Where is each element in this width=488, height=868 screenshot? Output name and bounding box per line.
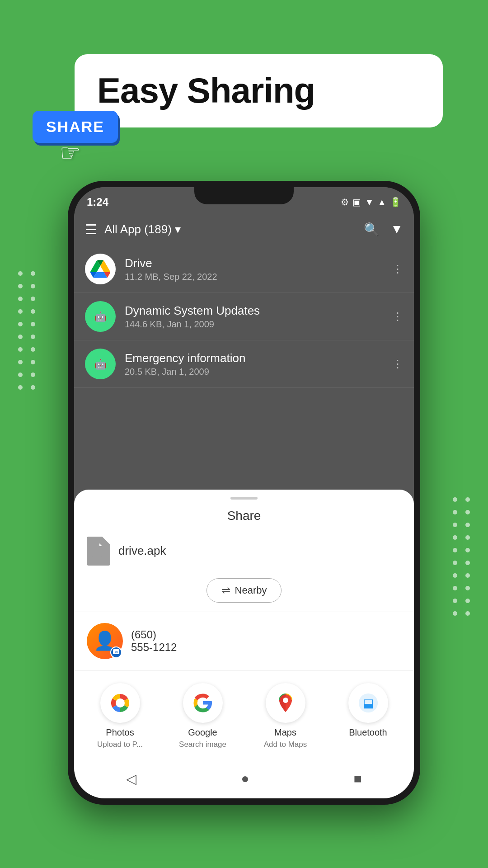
phone-notch	[194, 187, 294, 204]
share-button[interactable]: SHARE	[33, 111, 118, 143]
phone-frame: 1:24 ⚙ ▣ ▼ ▲ 🔋 ☰ All App (189) ▾ 🔍 ▼	[68, 181, 420, 805]
app-meta: 20.5 KB, Jan 1, 2009	[125, 367, 383, 377]
status-time: 1:24	[87, 196, 108, 208]
maps-sublabel: Add to Maps	[264, 740, 307, 750]
nearby-icon: ⇌	[221, 584, 230, 597]
share-app-photos[interactable]: Photos Upload to P...	[89, 683, 152, 750]
more-options-icon[interactable]: ⋮	[392, 358, 403, 370]
contact-avatar: 👤 ✉	[87, 623, 123, 659]
nearby-button[interactable]: ⇌ Nearby	[206, 578, 282, 603]
settings-icon: ⚙	[341, 197, 349, 208]
app-info: Drive 11.2 MB, Sep 22, 2022	[125, 256, 383, 282]
toolbar-title: All App (189) ▾	[104, 222, 357, 236]
search-icon[interactable]: 🔍	[364, 222, 380, 237]
share-button-wrap: SHARE ☞	[33, 111, 118, 143]
wifi-icon: ▼	[365, 197, 374, 208]
svg-point-8	[283, 698, 288, 703]
app-list: Drive 11.2 MB, Sep 22, 2022 ⋮ 🤖 Dynami	[74, 245, 414, 388]
share-app-bluetooth[interactable]: ⬓ Bluetooth	[337, 683, 400, 750]
drive-app-icon	[85, 254, 116, 284]
list-item[interactable]: Drive 11.2 MB, Sep 22, 2022 ⋮	[74, 245, 414, 293]
cursor-icon: ☞	[60, 139, 81, 166]
app-name: Emergency information	[125, 351, 383, 365]
share-sheet-title: Share	[74, 500, 414, 529]
photos-icon	[100, 683, 140, 723]
toolbar-actions: 🔍 ▼	[364, 222, 403, 237]
more-options-icon[interactable]: ⋮	[392, 263, 403, 275]
svg-text:✉: ✉	[115, 650, 118, 654]
file-icon	[87, 537, 110, 566]
contact-info: (650) 555-1212	[131, 628, 401, 654]
photos-sublabel: Upload to P...	[97, 740, 143, 750]
app-content: ☰ All App (189) ▾ 🔍 ▼	[74, 213, 414, 798]
contact-name-line2: 555-1212	[131, 641, 401, 654]
maps-icon	[266, 683, 305, 723]
emergency-app-icon: 🤖	[85, 349, 116, 379]
share-app-maps[interactable]: Maps Add to Maps	[254, 683, 317, 750]
svg-text:🤖: 🤖	[94, 358, 107, 370]
share-sheet: Share drive.apk ⇌ Nearby	[74, 490, 414, 759]
filename-text: drive.apk	[118, 544, 166, 558]
nav-bar: ◁ ● ■	[74, 759, 414, 798]
message-badge: ✉	[110, 646, 122, 658]
page-title: Easy Sharing	[97, 71, 315, 110]
recents-button[interactable]: ■	[353, 771, 361, 786]
bluetooth-label: Bluetooth	[349, 727, 387, 738]
nearby-label: Nearby	[235, 585, 267, 596]
app-meta: 144.6 KB, Jan 1, 2009	[125, 319, 383, 330]
more-options-icon[interactable]: ⋮	[392, 310, 403, 323]
status-icons: ⚙ ▣ ▼ ▲ 🔋	[341, 197, 401, 208]
share-app-google[interactable]: Google Search image	[171, 683, 235, 750]
google-icon	[183, 683, 223, 723]
title-card: Easy Sharing	[75, 54, 443, 127]
list-item[interactable]: 🤖 Dynamic System Updates 144.6 KB, Jan 1…	[74, 293, 414, 340]
google-label: Google	[188, 727, 217, 738]
home-button[interactable]: ●	[241, 771, 249, 786]
battery-icon: 🔋	[390, 197, 401, 208]
svg-text:⬓: ⬓	[362, 696, 374, 710]
dot-grid-right	[453, 497, 470, 616]
bluetooth-icon-wrap: ⬓	[348, 683, 388, 723]
signal-icon: ▲	[377, 197, 386, 208]
app-info: Dynamic System Updates 144.6 KB, Jan 1, …	[125, 304, 383, 330]
app-share-row: Photos Upload to P...	[74, 670, 414, 759]
svg-point-7	[116, 698, 125, 708]
android-app-icon: 🤖	[85, 301, 116, 332]
app-toolbar: ☰ All App (189) ▾ 🔍 ▼	[74, 213, 414, 245]
filename-row: drive.apk	[74, 529, 414, 575]
app-meta: 11.2 MB, Sep 22, 2022	[125, 272, 383, 282]
svg-text:🤖: 🤖	[94, 311, 107, 323]
contact-row[interactable]: 👤 ✉ (650) 555-1212	[74, 612, 414, 670]
filter-icon[interactable]: ▼	[390, 222, 403, 237]
hamburger-icon[interactable]: ☰	[85, 222, 97, 237]
phone-inner: 1:24 ⚙ ▣ ▼ ▲ 🔋 ☰ All App (189) ▾ 🔍 ▼	[74, 187, 414, 798]
list-item[interactable]: 🤖 Emergency information 20.5 KB, Jan 1, …	[74, 340, 414, 388]
photos-label: Photos	[106, 727, 134, 738]
sim-icon: ▣	[352, 197, 361, 208]
nearby-btn-wrap: ⇌ Nearby	[74, 575, 414, 612]
dot-grid-left	[18, 271, 35, 390]
contact-name-line1: (650)	[131, 628, 401, 641]
google-sublabel: Search image	[179, 740, 226, 750]
app-info: Emergency information 20.5 KB, Jan 1, 20…	[125, 351, 383, 377]
maps-label: Maps	[274, 727, 296, 738]
app-name: Drive	[125, 256, 383, 270]
back-button[interactable]: ◁	[126, 771, 136, 787]
app-name: Dynamic System Updates	[125, 304, 383, 318]
